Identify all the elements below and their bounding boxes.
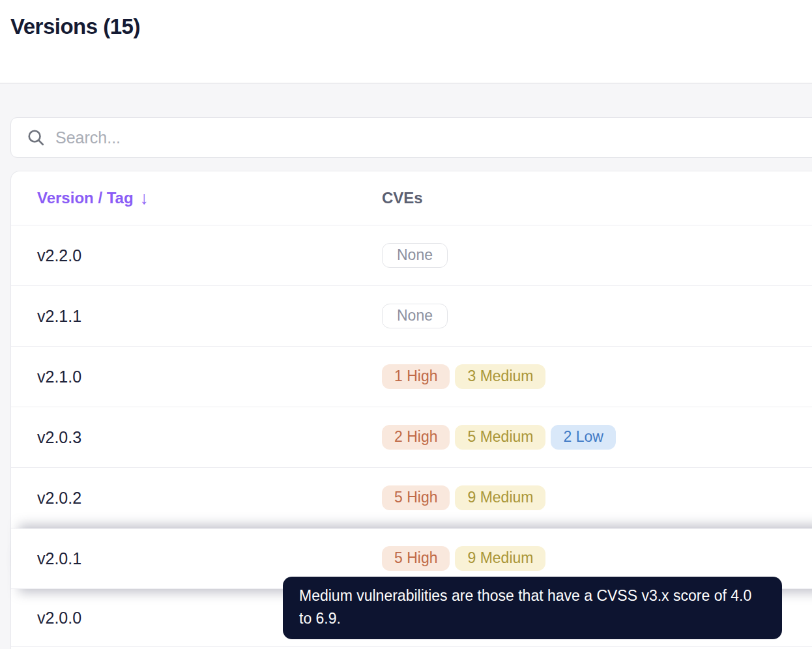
- column-header-version-tag-label: Version / Tag: [37, 189, 134, 207]
- content-area: Version / Tag ↓ CVEs v2.2.0Nonev2.1.1Non…: [0, 83, 812, 649]
- cve-badge-low[interactable]: 2 Low: [551, 425, 615, 449]
- search-icon: [26, 128, 46, 147]
- cve-badge-medium[interactable]: 9 Medium: [455, 546, 545, 570]
- cve-badge-medium[interactable]: 9 Medium: [455, 485, 545, 510]
- version-cell: v2.2.0: [11, 246, 382, 265]
- cve-badge-none[interactable]: None: [382, 304, 448, 328]
- cve-badge-high[interactable]: 5 High: [382, 546, 450, 570]
- version-cell: v2.0.2: [11, 489, 382, 508]
- cve-badge-high[interactable]: 2 High: [382, 425, 450, 449]
- search-box[interactable]: [10, 117, 812, 158]
- table-row[interactable]: v2.0.32 High5 Medium2 Low: [11, 407, 812, 468]
- table-row[interactable]: v2.2.0None: [11, 225, 812, 286]
- version-label: v2.1.0: [37, 368, 81, 386]
- version-label: v2.0.2: [37, 489, 81, 507]
- version-label: v2.0.0: [37, 609, 81, 627]
- cve-badge-medium[interactable]: 5 Medium: [455, 425, 545, 449]
- cves-cell: None: [382, 243, 448, 267]
- cve-badge-none[interactable]: None: [382, 243, 448, 267]
- cves-cell: 2 High5 Medium2 Low: [382, 425, 616, 449]
- cves-cell: 5 High9 Medium: [382, 546, 545, 570]
- cve-badge-high[interactable]: 1 High: [382, 364, 450, 388]
- version-cell: v2.0.3: [11, 428, 382, 447]
- cve-badge-high[interactable]: 5 High: [382, 485, 450, 510]
- table-row[interactable]: v2.0.25 High9 Medium: [11, 468, 812, 528]
- cves-cell: 5 High9 Medium: [382, 485, 545, 510]
- table-row[interactable]: v2.1.01 High3 Medium: [11, 347, 812, 407]
- column-header-version-tag[interactable]: Version / Tag ↓: [11, 189, 382, 207]
- version-label: v2.0.3: [37, 428, 81, 446]
- version-cell: v2.1.0: [11, 368, 382, 386]
- sort-descending-icon: ↓: [140, 190, 149, 207]
- version-cell: v2.1.1: [11, 307, 382, 326]
- cves-cell: None: [382, 304, 448, 328]
- table-row[interactable]: v2.1.1None: [11, 286, 812, 347]
- page-header: Versions (15): [0, 0, 812, 83]
- column-header-cves[interactable]: CVEs: [382, 189, 423, 207]
- version-cell: v2.0.1: [11, 549, 382, 568]
- page-title: Versions (15): [0, 0, 812, 39]
- version-label: v2.2.0: [37, 246, 81, 265]
- version-label: v2.0.1: [37, 549, 81, 568]
- version-label: v2.1.1: [37, 307, 81, 325]
- table-header-row: Version / Tag ↓ CVEs: [11, 171, 812, 225]
- medium-cve-tooltip: Medium vulnerabilities are those that ha…: [283, 577, 782, 639]
- cves-cell: 1 High3 Medium: [382, 364, 545, 388]
- cve-badge-medium[interactable]: 3 Medium: [455, 364, 545, 388]
- search-input[interactable]: [55, 128, 812, 147]
- column-header-cves-label: CVEs: [382, 189, 423, 207]
